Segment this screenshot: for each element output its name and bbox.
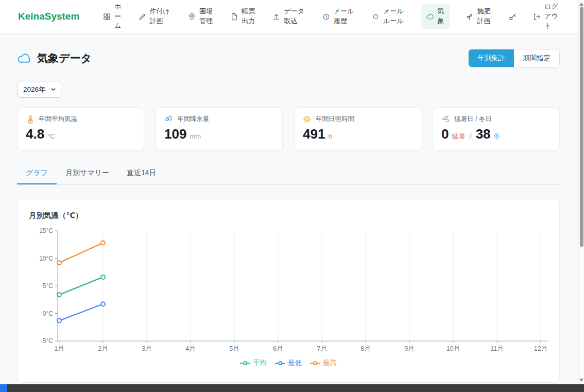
separator: /: [469, 131, 471, 140]
stat-unit: h: [328, 132, 332, 140]
vertical-scrollbar[interactable]: [578, 0, 584, 384]
horizontal-scrollbar[interactable]: [0, 384, 584, 392]
stat-unit: °C: [47, 132, 55, 140]
nav-item-mail-rules[interactable]: メールルール: [372, 7, 405, 26]
chart-title: 月別気温（℃）: [29, 211, 549, 220]
nav-item-report-output[interactable]: 帳票出力: [230, 7, 256, 26]
nav-item-weather[interactable]: 気象: [421, 4, 450, 29]
key-icon: [508, 12, 517, 21]
y-tick-label: 15°C: [39, 227, 53, 234]
x-tick-label: 3月: [142, 345, 151, 352]
stat-label: 猛暑日 / 冬日: [454, 115, 492, 124]
nav-label: 帳票出力: [242, 7, 256, 26]
tab-monthly-summary[interactable]: 月別サマリー: [57, 164, 118, 184]
stat-cards: 年間平均気温 4.8 °C 年間降水量 109 mm 年間日照時間: [17, 107, 560, 151]
stat-label: 年間日照時間: [316, 115, 354, 124]
nav-item-field-management[interactable]: 圃場管理: [188, 7, 214, 26]
horizontal-scrollbar-thumb[interactable]: [0, 384, 7, 392]
stat-card-precipitation: 年間降水量 109 mm: [156, 107, 283, 151]
legend-marker: [275, 361, 285, 366]
nav-label: メールルール: [383, 7, 405, 26]
temperature-chart: 15°C10°C5°C0°C-5°C1月2月3月4月5月6月7月8月9月10月1…: [28, 227, 550, 355]
sun-icon: [303, 115, 312, 124]
legend-label: 平均: [253, 359, 267, 368]
legend-label: 最低: [288, 359, 302, 368]
scroll-up-arrow[interactable]: [579, 3, 583, 6]
yearly-summary-button[interactable]: 年別集計: [469, 49, 514, 67]
legend-item[interactable]: 平均: [240, 359, 267, 368]
nav-item-logout[interactable]: ログアウト: [533, 2, 559, 31]
stat-label: 年間降水量: [177, 115, 210, 124]
x-tick-label: 8月: [360, 345, 370, 352]
x-tick-label: 12月: [534, 345, 547, 352]
file-icon: [230, 13, 238, 21]
x-tick-label: 9月: [404, 345, 414, 352]
dashboard-icon: [103, 13, 111, 21]
series-line-平均: [59, 277, 103, 295]
legend-item[interactable]: 最低: [275, 359, 302, 368]
period-select-button[interactable]: 期間指定: [514, 49, 559, 67]
nav-label: ログアウト: [544, 2, 559, 31]
series-line-最高: [59, 243, 103, 263]
nav-item-home[interactable]: ホーム: [103, 2, 122, 31]
thermometer-icon: [26, 115, 35, 124]
legend-item[interactable]: 最高: [310, 359, 337, 368]
stat-value: 491: [303, 126, 325, 142]
y-tick-label: 0°C: [43, 310, 53, 317]
year-select-value: 2026年: [23, 85, 46, 94]
series-line-最低: [59, 304, 103, 320]
stat-card-avg-temp: 年間平均気温 4.8 °C: [17, 107, 144, 151]
hot-days-unit: 猛暑: [452, 132, 465, 141]
nav-item-data-import[interactable]: データ取込: [272, 7, 306, 26]
legend-marker: [310, 361, 320, 366]
chevron-down-icon: [50, 87, 56, 92]
year-select[interactable]: 2026年: [17, 81, 61, 98]
nav-item-fertilization-plan[interactable]: 施肥計画: [466, 7, 492, 26]
logout-icon: [533, 13, 541, 21]
tab-graph[interactable]: グラフ: [17, 164, 57, 184]
tab-bar: グラフ 月別サマリー 直近14日: [17, 164, 560, 185]
data-point[interactable]: [57, 293, 61, 297]
cloud-icon: [17, 52, 31, 65]
tab-recent-14-days[interactable]: 直近14日: [118, 164, 165, 184]
x-tick-label: 11月: [490, 345, 503, 352]
y-tick-label: 10°C: [39, 255, 53, 262]
nav-label: メール履歴: [334, 7, 356, 26]
cloud-icon: [426, 13, 434, 21]
stat-card-extreme-days: 猛暑日 / 冬日 0 猛暑 / 38 冬: [433, 107, 560, 151]
data-point[interactable]: [57, 318, 61, 322]
x-tick-label: 6月: [273, 345, 283, 352]
x-tick-label: 10月: [446, 345, 460, 352]
circle-icon: [372, 13, 380, 21]
x-tick-label: 5月: [229, 345, 239, 352]
y-tick-label: 5°C: [43, 282, 53, 289]
data-point[interactable]: [57, 261, 61, 265]
vertical-scrollbar-thumb[interactable]: [580, 7, 583, 247]
stat-unit: mm: [190, 132, 201, 140]
legend-label: 最高: [323, 359, 337, 368]
page-title-text: 気象データ: [37, 51, 92, 65]
data-point[interactable]: [101, 302, 105, 306]
cold-days-value: 38: [476, 126, 491, 142]
droplets-icon: [164, 115, 173, 124]
brand-logo[interactable]: KeinaSystem: [18, 11, 79, 22]
nav-item-mail-history[interactable]: メール履歴: [322, 7, 356, 26]
app-header: KeinaSystem ホーム 作付け計画 圃場管理 帳票出力 データ取込 メー…: [0, 0, 584, 33]
x-tick-label: 7月: [317, 345, 327, 352]
pen-icon: [139, 13, 146, 21]
axis: [58, 231, 548, 341]
hot-days-value: 0: [441, 126, 449, 142]
stat-label: 年間平均気温: [39, 115, 77, 124]
legend-marker: [240, 361, 250, 366]
data-point[interactable]: [101, 275, 105, 279]
x-tick-label: 2月: [98, 345, 108, 352]
scroll-down-arrow[interactable]: [579, 379, 583, 382]
nav-item-planting-plan[interactable]: 作付け計画: [139, 7, 172, 26]
map-pin-icon: [188, 13, 196, 21]
nav-item-password[interactable]: [508, 12, 517, 21]
sprout-icon: [466, 13, 473, 21]
nav-label: データ取込: [284, 7, 306, 26]
view-toggle: 年別集計 期間指定: [468, 49, 560, 67]
stat-value: 109: [164, 126, 186, 142]
data-point[interactable]: [101, 241, 105, 245]
